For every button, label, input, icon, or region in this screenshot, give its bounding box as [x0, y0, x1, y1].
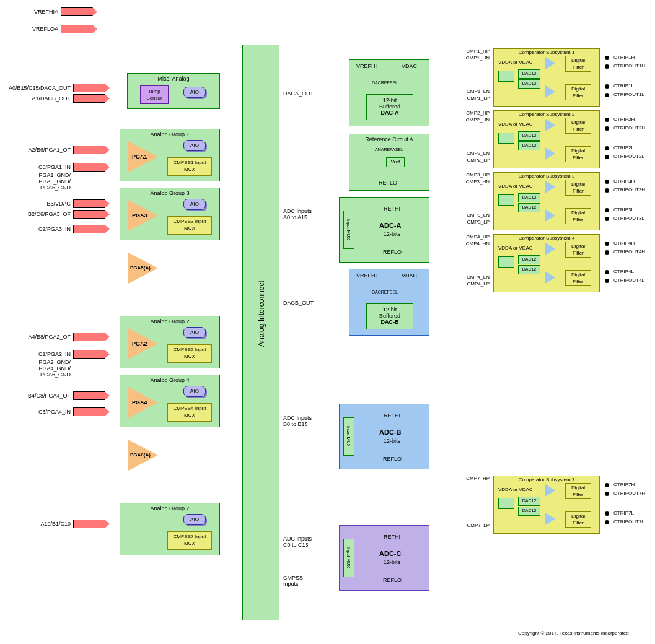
sub3-vdda: VDDA or VDAC [498, 183, 533, 189]
sub4-filtL: Digital Filter [565, 270, 591, 286]
adcB-reflo: REFLO [383, 456, 402, 462]
sub2-cmpH [545, 119, 555, 131]
d3c [605, 208, 609, 212]
misc-title: Misc. Analog [127, 76, 220, 82]
dacA-buf: 12-bit Buffered DAC-A [366, 94, 413, 120]
sub4-cmpH [545, 243, 555, 255]
d3b [605, 188, 609, 193]
o1h: CTRIP1H [613, 54, 635, 60]
sub2-cmpL [545, 147, 555, 160]
pga1: PGA1 [132, 154, 147, 160]
g4-title: Analog Group 4 [120, 377, 220, 383]
cmpss7: CMPSS7 Input MUX [167, 531, 212, 550]
sub3-dac12a: DAC12 [518, 193, 540, 202]
lbl-c2: C2/PGA3_IN [14, 226, 71, 232]
adcC-mux: Input MUX [343, 539, 354, 577]
midlbl-adcC: ADC Inputs C0 to C15 [283, 536, 312, 548]
sub3-dac12b: DAC12 [518, 203, 540, 212]
dacA-name: DAC-A [367, 110, 413, 116]
lbl-vrefloa: VREFLOA [25, 26, 58, 32]
sub1-filtL: Digital Filter [565, 84, 591, 100]
pga5: PGA5(A) [130, 265, 151, 271]
midlbl-adcA: ADC Inputs A0 to A15 [283, 208, 312, 220]
cmpss2: CMPSS2 Input MUX [167, 344, 212, 363]
adcB-name: ADC-B [379, 429, 401, 436]
d2b [605, 126, 609, 131]
pin-a4 [73, 333, 105, 341]
g2-title: Analog Group 2 [120, 318, 220, 324]
cmp7lp: CMP7_LP [450, 523, 490, 528]
dacB-buf12: 12-bit Buffered [367, 307, 413, 319]
aio-g2: AIO [183, 327, 206, 338]
pin-a10 [73, 520, 105, 528]
pga2: PGA2 [132, 341, 147, 347]
sub4-filtH: Digital Filter [565, 242, 591, 258]
d7c [605, 511, 609, 516]
o4ol: CTRIPOUT4L [613, 277, 644, 283]
pin-vrefhia [61, 7, 93, 16]
adcA-bits: 12-bits [384, 231, 400, 237]
dacA-sel: DACREFSEL [372, 80, 398, 85]
d2d [605, 155, 609, 159]
dacB-vdac: VDAC [402, 272, 417, 279]
o3h: CTRIP3H [613, 178, 635, 184]
sub2-filtH: Digital Filter [565, 118, 591, 134]
diagram-canvas: VREFHIA VREFLOA Analog Interconnect Misc… [0, 0, 655, 644]
cmp2hp: CMP2_HP [450, 110, 490, 116]
cmp4hn: CMP4_HN [450, 241, 490, 246]
sub2-dac12a: DAC12 [518, 131, 540, 141]
vref-box: Vref [386, 157, 405, 167]
sub1-cmpL [545, 85, 555, 98]
cmp2hn: CMP2_HN [450, 117, 490, 123]
sub1-vdda: VDDA or VDAC [498, 59, 533, 65]
pin-b4 [73, 391, 105, 400]
adcC-reflo: REFLO [383, 577, 402, 583]
o7oh: CTRIPOUT7H [613, 490, 645, 496]
sub1-wave [498, 71, 514, 82]
dacA-buf12: 12-bit Buffered [367, 97, 413, 110]
adcB-refhi: REFHI [384, 412, 400, 419]
aio-g7: AIO [183, 514, 206, 525]
lbl-b3: B3/VDAC [14, 201, 71, 207]
sub7-vdda: VDDA or VDAC [498, 487, 533, 492]
d3d [605, 217, 609, 221]
cmp3hp: CMP3_HP [450, 172, 490, 178]
sub1-filtH: Digital Filter [565, 56, 591, 72]
adcA-name: ADC-A [379, 222, 401, 229]
g3-title: Analog Group 3 [120, 190, 220, 196]
pin-a1 [73, 94, 105, 103]
o3oh: CTRIPOUT3H [613, 187, 645, 193]
cmp4hp: CMP4_HP [450, 234, 490, 240]
sub7-filtH: Digital Filter [565, 483, 591, 499]
sub7-dac12a: DAC12 [518, 497, 540, 506]
d1b [605, 64, 609, 69]
o2h: CTRIP2H [613, 116, 635, 122]
o1ol: CTRIPOUT1L [613, 92, 644, 97]
dacB-sel: DACREFSEL [372, 290, 398, 294]
cmp1hn: CMP1_HN [450, 55, 490, 61]
sub2-vdda: VDDA or VDAC [498, 121, 533, 127]
sub1-cmpH [545, 57, 555, 69]
sub7-title: Comparator Subsystem 7 [493, 477, 600, 482]
lbl-c1: C1/PGA2_IN [14, 351, 71, 357]
cmp3ln: CMP3_LN [450, 212, 490, 218]
lbl-vrefhia: VREFHIA [25, 9, 58, 15]
d1c [605, 84, 609, 89]
cmpss4: CMPSS4 Input MUX [167, 403, 212, 422]
dacB-buf: 12-bit Buffered DAC-B [366, 303, 413, 329]
dacB-vrefhi: VREFHI [356, 272, 377, 279]
o4h: CTRIP4H [613, 240, 635, 246]
d7a [605, 483, 609, 487]
pga3: PGA3 [132, 212, 147, 219]
sub2-filtL: Digital Filter [565, 146, 591, 162]
cmp4ln: CMP4_LN [450, 274, 490, 280]
o7ol: CTRIPOUT7L [613, 519, 644, 524]
cmp7hp: CMP7_HP [450, 476, 490, 481]
adcA-mux: Input MUX [343, 211, 354, 249]
sub7-cmpH [545, 484, 555, 497]
d4c [605, 270, 609, 274]
lbl-a0: A0/B15/C15/DACA_OUT [1, 85, 71, 91]
g7-title: Analog Group 7 [120, 505, 220, 511]
sub2-dac12b: DAC12 [518, 141, 540, 150]
d4d [605, 279, 609, 283]
